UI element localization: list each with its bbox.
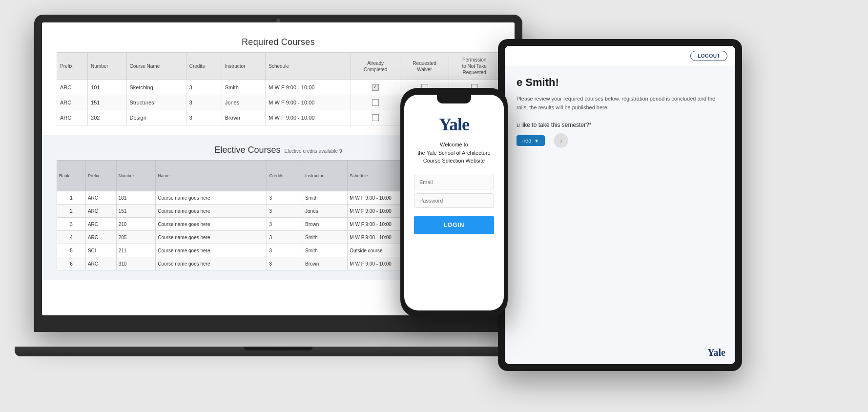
tablet-greeting: e Smith! [517, 76, 723, 89]
cell-rank: 3 [57, 218, 86, 231]
cell-name: Sketching [126, 80, 186, 95]
cell-credits: 3 [186, 110, 222, 125]
phone-screen-inner: Yale Welcome to the Yale School of Archi… [404, 95, 504, 310]
tablet-header: LOGOUT [505, 46, 735, 66]
cell-number: 205 [116, 231, 155, 244]
cell-prefix: ARC [85, 231, 116, 244]
cell-number: 211 [116, 244, 155, 257]
tablet-description: Please review your required courses belo… [517, 95, 723, 112]
laptop-camera [276, 19, 280, 22]
laptop-base [15, 347, 542, 356]
required-courses-title: Required Courses [57, 27, 500, 52]
cell-rank: 2 [57, 205, 86, 218]
col-prefix: Prefix [85, 161, 116, 191]
password-input[interactable] [414, 193, 494, 208]
tablet: LOGOUT e Smith! Please review your requi… [498, 39, 742, 371]
cell-prefix: ARC [57, 110, 88, 125]
elective-courses-title: Elective Courses [215, 145, 281, 155]
cell-number: 202 [88, 110, 126, 125]
cell-name: Design [126, 110, 186, 125]
phone-welcome-text: Welcome to the Yale School of Architectu… [417, 141, 490, 165]
phone: Yale Welcome to the Yale School of Archi… [400, 88, 508, 317]
login-button[interactable]: LOGIN [414, 216, 494, 234]
cell-rank: 5 [57, 244, 86, 257]
phone-notch [437, 95, 471, 103]
col-already-completed: AlreadyCompleted [351, 53, 400, 80]
col-requested-waiver: RequestedWaiver [400, 53, 449, 80]
cell-number: 210 [116, 218, 155, 231]
cell-name: Structures [126, 95, 186, 110]
cell-number: 151 [116, 205, 155, 218]
cell-name: Course name goes here [156, 231, 267, 244]
cell-credits: 3 [267, 244, 303, 257]
cell-instructor: Jones [303, 205, 348, 218]
email-input[interactable] [414, 175, 494, 189]
cell-credits: 3 [267, 191, 303, 205]
cell-number: 151 [88, 95, 126, 110]
cell-prefix: ARC [85, 205, 116, 218]
cell-instructor: Brown [222, 110, 265, 125]
cell-already-completed[interactable] [351, 80, 400, 95]
col-number: Number [88, 53, 126, 80]
phone-yale-logo: Yale [439, 114, 469, 135]
cell-instructor: Brown [303, 257, 348, 270]
cell-credits: 3 [267, 231, 303, 244]
cell-prefix: SCI [85, 244, 116, 257]
tablet-footer: Yale [707, 347, 725, 358]
col-permission: Permissionto Not TakeRequested [449, 53, 500, 80]
cell-credits: 3 [186, 80, 222, 95]
col-course-name: Course Name [126, 53, 186, 80]
tablet-outer: LOGOUT e Smith! Please review your requi… [498, 39, 742, 371]
next-button[interactable]: › [554, 133, 568, 148]
cell-credits: 3 [267, 257, 303, 270]
chevron-down-icon: ▼ [534, 138, 539, 144]
col-name: Name [156, 161, 267, 191]
cell-number: 101 [116, 191, 155, 205]
cell-name: Course name goes here [156, 191, 267, 205]
cell-instructor: Smith [303, 231, 348, 244]
cell-prefix: ARC [85, 191, 116, 205]
cell-credits: 3 [267, 218, 303, 231]
cell-instructor: Smith [303, 244, 348, 257]
cell-name: Course name goes here [156, 244, 267, 257]
cell-prefix: ARC [85, 218, 116, 231]
cell-rank: 1 [57, 191, 86, 205]
col-number: Number [116, 161, 155, 191]
cell-rank: 4 [57, 231, 86, 244]
cell-prefix: ARC [57, 80, 88, 95]
arrow-right-icon: › [560, 137, 562, 144]
cell-prefix: ARC [85, 257, 116, 270]
cell-credits: 3 [267, 205, 303, 218]
col-rank: Rank [57, 161, 86, 191]
cell-instructor: Brown [303, 218, 348, 231]
cell-schedule: M W F 9:00 - 10:00 [266, 95, 351, 110]
cell-already-completed[interactable] [351, 95, 400, 110]
scene: Required Courses Prefix Number Course Na… [0, 0, 868, 412]
tablet-yale-logo: Yale [707, 347, 725, 358]
logout-button[interactable]: LOGOUT [690, 51, 727, 61]
tablet-question: u like to take this semester?* [517, 122, 723, 128]
cell-instructor: Jones [222, 95, 265, 110]
col-prefix: Prefix [57, 53, 88, 80]
cell-schedule: M W F 9:00 - 10:00 [266, 110, 351, 125]
cell-name: Course name goes here [156, 257, 267, 270]
elective-credits-label: Elective credits available 9 [285, 148, 342, 154]
col-credits: Credits [267, 161, 303, 191]
semester-dropdown[interactable]: ired ▼ [517, 135, 545, 146]
cell-instructor: Smith [222, 80, 265, 95]
cell-name: Course name goes here [156, 205, 267, 218]
col-schedule: Schedule [266, 53, 351, 80]
col-credits: Credits [186, 53, 222, 80]
tablet-content: e Smith! Please review your required cou… [505, 66, 735, 363]
phone-outer: Yale Welcome to the Yale School of Archi… [400, 88, 508, 317]
dropdown-label: ired [522, 138, 531, 144]
col-instructor: Instructor [222, 53, 265, 80]
cell-instructor: Smith [303, 191, 348, 205]
cell-rank: 6 [57, 257, 86, 270]
phone-screen: Yale Welcome to the Yale School of Archi… [404, 95, 504, 310]
cell-already-completed[interactable] [351, 110, 400, 125]
cell-name: Course name goes here [156, 218, 267, 231]
cell-prefix: ARC [57, 95, 88, 110]
cell-schedule: M W F 9:00 - 10:00 [266, 80, 351, 95]
cell-number: 101 [88, 80, 126, 95]
